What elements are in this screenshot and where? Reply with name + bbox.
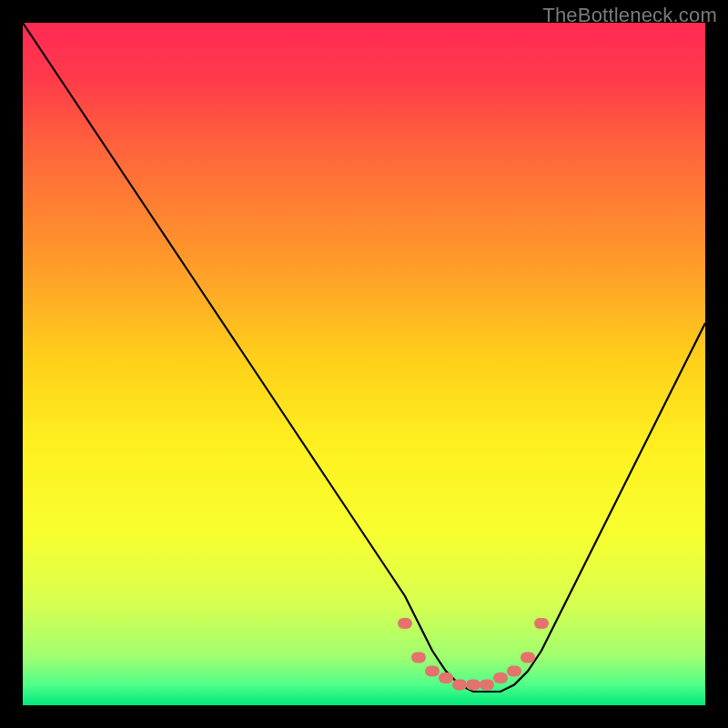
- marker-dot: [521, 652, 535, 663]
- watermark-label: TheBottleneck.com: [542, 4, 717, 27]
- marker-dot: [493, 672, 508, 683]
- marker-dot: [534, 618, 549, 629]
- marker-dot: [452, 680, 467, 691]
- marker-dot: [398, 618, 412, 629]
- chart-frame: TheBottleneck.com: [0, 0, 728, 728]
- marker-dot: [439, 672, 453, 683]
- gradient-background: [23, 23, 705, 705]
- marker-dot: [480, 680, 494, 691]
- marker-dot: [466, 680, 480, 691]
- marker-dot: [507, 666, 521, 677]
- chart-svg: [23, 23, 705, 705]
- marker-dot: [411, 652, 426, 663]
- marker-dot: [425, 666, 440, 677]
- plot-area: [23, 23, 705, 705]
